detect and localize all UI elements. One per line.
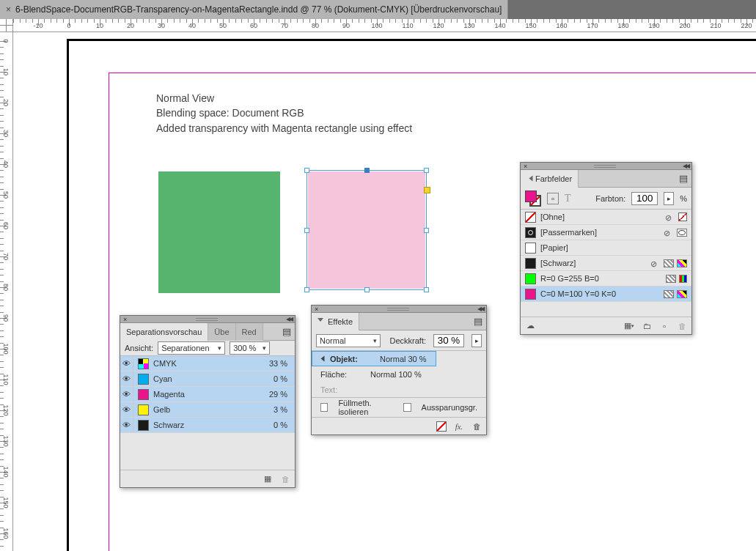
visibility-icon[interactable]: 👁 [120,371,133,386]
process-icon [677,259,687,267]
global-icon [664,290,674,298]
swatches-panel[interactable]: × ◀◀ Farbfelder ▤ ▫ T Farbton: ▸ % [520,162,692,335]
ink-name: Cyan [153,374,172,383]
effect-target-value: Normal 100 % [370,355,422,363]
blend-mode-dropdown[interactable]: Normal▾ [316,334,381,347]
effects-panel[interactable]: × ◀◀ Effekte ▤ Normal▾ Deckkraft: ▸ Obje… [311,305,487,435]
clear-effects-icon[interactable] [436,421,447,432]
close-icon[interactable]: × [524,163,527,170]
tab-other[interactable]: Red [236,323,263,341]
opacity-slider-icon[interactable]: ▸ [471,334,482,347]
separation-row[interactable]: 👁CMYK33 % [120,356,295,371]
swatch-icon [525,273,536,284]
swatch-icon [525,212,536,223]
panel-tabs: Separationsvorschau Übe Red ▤ [120,323,295,341]
ink-swatch [138,358,149,369]
close-icon[interactable]: × [315,306,318,313]
collapse-icon[interactable]: ◀◀ [477,306,483,312]
panel-grip-bar[interactable]: × ◀◀ [120,316,295,323]
swatch-row[interactable]: C=0 M=100 Y=0 K=0 [521,286,691,302]
green-rectangle[interactable] [158,171,280,293]
magenta-rectangle[interactable] [308,171,425,289]
ink-name: Magenta [153,390,185,399]
panel-tabs: Farbfelder ▤ [521,170,691,188]
swatch-row[interactable]: R=0 G=255 B=0 [521,271,691,286]
document-canvas[interactable]: Normal View Blending space: Document RGB… [13,32,756,551]
text-formatting-icon[interactable]: T [565,193,571,204]
close-icon[interactable]: × [123,316,127,323]
swatch-view-icon[interactable]: ▦▾ [624,321,634,331]
swatch-row[interactable]: [Passermarken] [521,225,691,240]
ink-name: Schwarz [153,421,184,429]
ink-swatch [138,389,149,400]
close-icon[interactable]: × [6,4,11,15]
panel-grip-bar[interactable]: × ◀◀ [521,163,691,170]
knockout-checkbox[interactable] [403,403,411,412]
body-text-line: Blending space: Document RGB [156,106,412,120]
panel-menu-icon[interactable]: ▤ [675,173,691,184]
tab-other[interactable]: Übe [208,323,235,341]
visibility-icon[interactable]: 👁 [120,356,133,371]
trash-icon[interactable]: 🗑 [471,421,482,432]
panel-footer: fx. 🗑 [312,417,486,434]
panel-tabs: Effekte ▤ [312,313,486,330]
separations-panel[interactable]: × ◀◀ Separationsvorschau Übe Red ▤ Ansic… [120,315,296,488]
ink-name: CMYK [153,359,177,368]
effects-mode-row: Normal▾ Deckkraft: ▸ [312,330,486,351]
ruler-origin[interactable] [0,19,13,32]
new-swatch-icon[interactable]: ▫ [659,321,669,331]
separation-row[interactable]: 👁Magenta29 % [120,387,295,402]
ink-manager-icon[interactable]: ▦ [263,474,273,484]
lock-icon [665,213,675,221]
disclosure-icon[interactable] [318,318,323,325]
ink-swatch [138,374,149,385]
collapse-icon[interactable]: ◀◀ [286,316,292,322]
fx-icon[interactable]: fx. [454,421,464,432]
swatch-name: [Passermarken] [540,228,597,237]
separation-row[interactable]: 👁Schwarz0 % [120,418,295,433]
panel-menu-icon[interactable]: ▤ [470,316,486,327]
effect-target-label: Kontur: [320,355,364,363]
fill-stroke-proxy[interactable] [525,191,541,207]
separations-view-row: Ansicht: Separationen▾ 300 %▾ [120,341,295,356]
panel-menu-icon[interactable]: ▤ [279,326,295,337]
horizontal-ruler[interactable]: -20-100102030405060708090100110120130140… [0,19,756,32]
new-group-icon[interactable]: 🗀 [642,321,652,331]
tint-input[interactable] [631,192,658,205]
vertical-ruler[interactable]: 0102030405060708090100110120130140150160… [0,32,13,551]
swatch-name: R=0 G=255 B=0 [540,274,599,283]
separation-row[interactable]: 👁Gelb3 % [120,402,295,418]
visibility-icon[interactable]: 👁 [120,402,133,417]
disclosure-icon[interactable] [526,176,533,182]
separation-row[interactable]: 👁Cyan0 % [120,371,295,387]
swatch-icon [525,289,536,300]
tab-swatches[interactable]: Farbfelder [521,170,579,188]
effect-target-row: Text: [312,382,486,397]
trash-icon[interactable]: 🗑 [677,321,687,331]
tint-slider-icon[interactable]: ▸ [664,192,674,205]
swatch-row[interactable]: [Ohne] [521,210,691,225]
document-tab[interactable]: × 6-BlendSpace-DocumentRGB-Transparency-… [0,0,508,19]
knockout-label: Aussparungsgr. [422,403,477,412]
visibility-icon[interactable]: 👁 [120,418,133,432]
zoom-dropdown[interactable]: 300 %▾ [230,341,270,355]
tab-separations[interactable]: Separationsvorschau [120,323,208,341]
container-formatting-icon[interactable]: ▫ [547,193,559,204]
isolate-label: Füllmeth. isolieren [338,399,393,416]
isolate-checkbox[interactable] [320,403,328,412]
cloud-icon[interactable]: ☁ [525,321,535,331]
panel-grip-bar[interactable]: × ◀◀ [312,306,486,313]
visibility-icon[interactable]: 👁 [120,387,133,402]
chevron-down-icon: ▾ [218,344,221,352]
opacity-input[interactable] [433,334,464,347]
swatch-row[interactable]: [Schwarz] [521,256,691,271]
effect-target-row[interactable]: Fläche:Normal 100 % [312,366,486,382]
effect-target-row[interactable]: Kontur:Normal 100 % [312,351,486,366]
grip-icon [387,308,409,311]
view-dropdown[interactable]: Separationen▾ [158,341,225,355]
swatch-row[interactable]: [Papier] [521,240,691,256]
ink-swatch [138,420,149,431]
trash-icon[interactable]: 🗑 [280,474,290,484]
tab-effects[interactable]: Effekte [312,313,359,330]
collapse-icon[interactable]: ◀◀ [683,163,689,169]
